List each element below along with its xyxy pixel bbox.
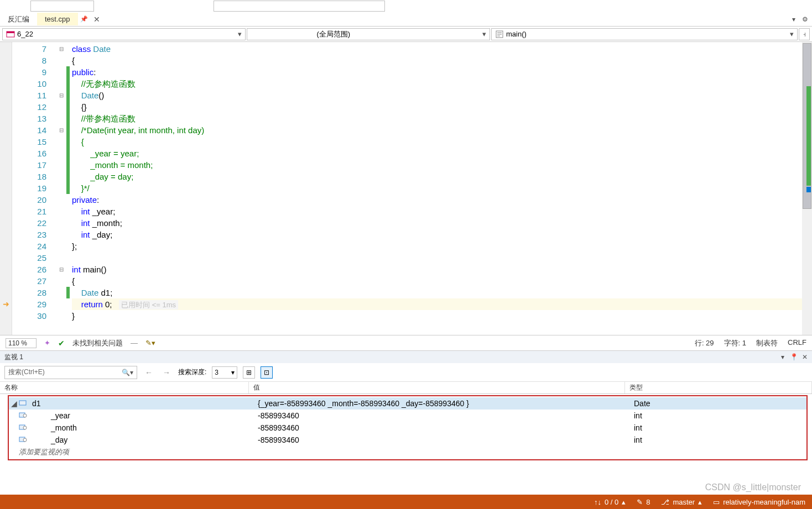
add-watch-item[interactable]: 添加要监视的项 — [9, 446, 806, 458]
watch-tool-1[interactable]: ⊞ — [243, 366, 255, 379]
editor-status-bar: 110 % ✦ ✔ 未找到相关问题 — ✎▾ 行: 29 字符: 1 制表符 C… — [0, 335, 812, 350]
watch-panel: 监视 1 ▾ 📍 ✕ 搜索(Ctrl+E) 🔍▾ ← → 搜索深度: 3 ▾ ⊞… — [0, 350, 812, 460]
toolbar-dropdown-2[interactable] — [214, 1, 385, 12]
watch-row[interactable]: _month-858993460int — [9, 422, 806, 434]
depth-dropdown[interactable]: 3 ▾ — [212, 366, 237, 379]
fold-margin[interactable]: ⊟⊟⊟⊟ — [56, 42, 66, 335]
watch-title-text: 监视 1 — [4, 353, 23, 362]
tab-testcpp[interactable]: test.cpp — [37, 13, 78, 25]
function-dropdown[interactable]: main() ▾ — [491, 28, 798, 40]
depth-label: 搜索深度: — [178, 368, 206, 377]
branch-name: master — [673, 498, 695, 506]
watch-toolbar: 搜索(Ctrl+E) 🔍▾ ← → 搜索深度: 3 ▾ ⊞ ⊡ — [0, 363, 812, 382]
close-panel-icon[interactable]: ✕ — [801, 353, 809, 361]
edits-count: 8 — [646, 498, 650, 506]
svg-point-9 — [23, 438, 27, 442]
line-indicator[interactable]: 行: 29 — [695, 338, 714, 348]
col-header-type[interactable]: 类型 — [625, 382, 812, 393]
svg-point-7 — [23, 426, 27, 429]
search-next-icon[interactable]: → — [160, 368, 173, 377]
line-numbers: 7891011121314151617181920212223242526272… — [12, 42, 56, 335]
watch-search-input[interactable]: 搜索(Ctrl+E) 🔍▾ — [4, 366, 137, 379]
scroll-marker-green — [806, 86, 811, 186]
function-text: main() — [506, 30, 527, 38]
toolbar-dropdown-1[interactable] — [30, 1, 94, 12]
intellicode-icon[interactable]: ✦ — [44, 339, 50, 347]
search-prev-icon[interactable]: ← — [143, 368, 155, 377]
vertical-scrollbar[interactable] — [802, 42, 812, 335]
pin-icon[interactable]: 📌 — [78, 15, 90, 23]
change-margin — [66, 42, 71, 335]
navigation-bar: 6_22 ▾ (全局范围) ▾ main() ▾ ⫞ — [0, 27, 812, 42]
search-icon[interactable]: 🔍▾ — [122, 369, 133, 376]
lightbulb-icon[interactable]: ✎▾ — [145, 339, 155, 347]
indent-indicator[interactable]: 制表符 — [756, 338, 778, 348]
code-area[interactable]: class Date{public: //无参构造函数 Date() {} //… — [71, 42, 812, 335]
class-text: (全局范围) — [316, 29, 350, 39]
char-indicator[interactable]: 字符: 1 — [724, 338, 746, 348]
sync-indicator[interactable]: ↑↓ 0 / 0 ▴ — [594, 498, 626, 506]
code-editor[interactable]: ➜ 78910111213141516171819202122232425262… — [0, 42, 812, 335]
chevron-down-icon: ▾ — [482, 30, 486, 38]
repo-indicator[interactable]: ▭ relatively-meaningful-nam — [713, 498, 805, 506]
pin-panel-icon[interactable]: 📍 — [790, 353, 798, 361]
top-toolbar — [0, 0, 812, 12]
scope-dropdown[interactable]: 6_22 ▾ — [2, 28, 246, 40]
chevron-down-icon: ▾ — [790, 30, 794, 38]
chevron-down-icon: ▾ — [231, 369, 235, 376]
chevron-down-icon: ▾ — [238, 30, 242, 38]
method-icon — [495, 30, 504, 39]
zoom-dropdown[interactable]: 110 % — [6, 338, 37, 348]
panel-menu-icon[interactable]: ▾ — [779, 353, 787, 361]
repo-name: relatively-meaningful-nam — [723, 498, 805, 506]
tab-more-icon[interactable]: ▾ — [790, 15, 798, 23]
watch-row[interactable]: ◢d1{_year=-858993460 _month=-858993460 _… — [9, 397, 806, 410]
split-editor-icon[interactable]: ⫞ — [799, 28, 810, 40]
watch-title-bar[interactable]: 监视 1 ▾ 📍 ✕ — [0, 351, 812, 363]
edits-indicator[interactable]: ✎ 8 — [637, 498, 650, 506]
tab-disassembly[interactable]: 反汇编 — [0, 12, 37, 27]
scroll-marker-blue — [806, 187, 811, 192]
watch-column-headers[interactable]: 名称 值 类型 — [0, 382, 812, 394]
gear-icon[interactable]: ⚙ — [801, 15, 809, 23]
depth-value: 3 — [215, 369, 218, 376]
bottom-status-bar: ↑↓ 0 / 0 ▴ ✎ 8 ⎇ master ▴ ▭ relatively-m… — [0, 495, 812, 509]
svg-rect-1 — [7, 32, 14, 33]
col-header-value[interactable]: 值 — [249, 382, 625, 393]
col-header-name[interactable]: 名称 — [0, 382, 249, 393]
close-tab-icon[interactable]: ✕ — [90, 15, 103, 24]
svg-rect-3 — [19, 401, 26, 405]
issues-text[interactable]: 未找到相关问题 — [72, 338, 123, 348]
branch-indicator[interactable]: ⎇ master ▴ — [661, 498, 702, 506]
watch-body: ◢d1{_year=-858993460 _month=-858993460 _… — [8, 395, 808, 460]
check-icon: ✔ — [58, 339, 65, 348]
watch-tool-2[interactable]: ⊡ — [261, 366, 273, 379]
document-tabs: 反汇编 test.cpp 📌 ✕ ▾ ⚙ — [0, 12, 812, 27]
scope-text: 6_22 — [17, 30, 33, 38]
lineending-indicator[interactable]: CRLF — [788, 338, 806, 348]
watch-row[interactable]: _day-858993460int — [9, 434, 806, 446]
tab-filename: test.cpp — [45, 15, 70, 23]
breakpoint-margin[interactable]: ➜ — [0, 42, 12, 335]
project-icon — [6, 30, 15, 39]
sync-count: 0 / 0 — [605, 498, 618, 506]
class-dropdown[interactable]: (全局范围) ▾ — [247, 28, 490, 40]
search-placeholder: 搜索(Ctrl+E) — [8, 368, 45, 377]
watch-row[interactable]: _year-858993460int — [9, 410, 806, 422]
watermark: CSDN @s_little|monster — [705, 482, 801, 492]
svg-point-5 — [23, 414, 27, 417]
